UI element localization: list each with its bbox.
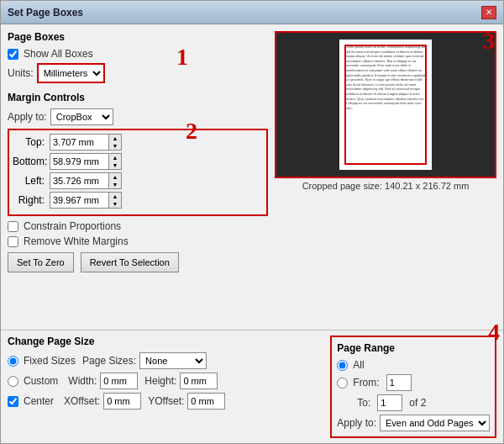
revert-to-selection-button[interactable]: Revert To Selection bbox=[81, 252, 179, 272]
right-input[interactable] bbox=[50, 192, 108, 209]
from-pages-row: From: bbox=[337, 374, 490, 391]
from-pages-radio[interactable] bbox=[337, 378, 348, 388]
fixed-sizes-row: Fixed Sizes Page Sizes: None A4 Letter bbox=[8, 352, 323, 369]
right-label: Right: bbox=[13, 194, 50, 206]
to-label: To: bbox=[357, 397, 370, 409]
apply-to-range-select[interactable]: Even and Odd Pages Even Pages Only Odd P… bbox=[380, 415, 490, 431]
bottom-spinner: ▲ ▼ bbox=[50, 153, 122, 170]
left-input[interactable] bbox=[50, 172, 108, 189]
action-buttons-row: Set To Zero Revert To Selection bbox=[8, 252, 268, 272]
top-up-btn[interactable]: ▲ bbox=[109, 135, 121, 142]
left-margin-row: Left: ▲ ▼ bbox=[13, 172, 263, 189]
margin-controls-section: Margin Controls Apply to: CropBox MediaB… bbox=[8, 92, 268, 276]
page-text-simulation: Lorem ipsum dolor sit amet, consectetur … bbox=[339, 40, 432, 115]
preview-caption: Cropped page size: 140.21 x 216.72 mm bbox=[275, 178, 496, 193]
xoffset-label: XOffset: bbox=[64, 395, 100, 407]
page-preview-border: Lorem ipsum dolor sit amet, consectetur … bbox=[275, 31, 496, 178]
right-spinner: ▲ ▼ bbox=[50, 192, 122, 209]
left-spinner: ▲ ▼ bbox=[50, 172, 122, 189]
xoffset-input[interactable] bbox=[103, 393, 141, 410]
left-label: Left: bbox=[13, 175, 50, 187]
left-up-btn[interactable]: ▲ bbox=[109, 173, 121, 181]
page-boxes-title: Page Boxes bbox=[8, 31, 268, 43]
main-content: Page Boxes Show All Boxes Units: Millime… bbox=[1, 24, 503, 330]
margin-inputs-box: 2 Top: ▲ ▼ Botto bbox=[8, 129, 268, 216]
from-input[interactable] bbox=[386, 374, 412, 391]
center-checkbox[interactable] bbox=[8, 396, 18, 407]
constrain-checkbox[interactable] bbox=[8, 221, 18, 232]
all-pages-radio[interactable] bbox=[337, 360, 348, 371]
apply-to-select[interactable]: CropBox MediaBox BleedBox TrimBox ArtBox bbox=[50, 108, 113, 125]
width-input[interactable] bbox=[100, 373, 138, 389]
units-select-wrapper: Millimeters Inches Points bbox=[37, 63, 105, 83]
constrain-label: Constrain Proportions bbox=[24, 220, 121, 232]
page-sizes-label: Page Sizes: bbox=[82, 355, 136, 367]
width-label: Width: bbox=[68, 375, 97, 387]
custom-row: Custom Width: Height: bbox=[8, 373, 323, 389]
height-input[interactable] bbox=[180, 373, 218, 389]
center-label: Center bbox=[24, 395, 54, 407]
right-panel: 3 Lorem ipsum dolor sit amet, consectetu… bbox=[275, 31, 496, 323]
apply-to-range-row: Apply to: Even and Odd Pages Even Pages … bbox=[337, 415, 490, 431]
page-preview: Lorem ipsum dolor sit amet, consectetur … bbox=[339, 40, 432, 170]
custom-label: Custom bbox=[24, 375, 58, 387]
units-row: Units: Millimeters Inches Points 1 bbox=[8, 63, 268, 83]
label-1: 1 bbox=[176, 44, 188, 71]
right-spinner-buttons: ▲ ▼ bbox=[108, 192, 122, 209]
page-boxes-section: Page Boxes Show All Boxes Units: Millime… bbox=[8, 31, 268, 87]
all-pages-label: All bbox=[353, 359, 364, 371]
bottom-up-btn[interactable]: ▲ bbox=[109, 154, 121, 161]
top-margin-row: Top: ▲ ▼ bbox=[13, 134, 263, 151]
page-sizes-select[interactable]: None A4 Letter bbox=[139, 352, 207, 369]
titlebar: Set Page Boxes ✕ bbox=[1, 1, 503, 24]
show-all-boxes-row: Show All Boxes bbox=[8, 48, 268, 60]
top-spinner: ▲ ▼ bbox=[50, 134, 122, 151]
left-down-btn[interactable]: ▼ bbox=[109, 181, 121, 188]
top-down-btn[interactable]: ▼ bbox=[109, 142, 121, 150]
apply-to-label: Apply to: bbox=[8, 111, 47, 123]
all-pages-row: All bbox=[337, 359, 490, 371]
set-to-zero-button[interactable]: Set To Zero bbox=[8, 252, 74, 272]
label-4: 4 bbox=[488, 319, 500, 346]
remove-white-checkbox[interactable] bbox=[8, 236, 18, 247]
to-input[interactable] bbox=[377, 394, 402, 411]
bottom-spinner-buttons: ▲ ▼ bbox=[108, 153, 122, 170]
close-button[interactable]: ✕ bbox=[481, 6, 496, 19]
bottom-section: Change Page Size Fixed Sizes Page Sizes:… bbox=[1, 330, 503, 443]
center-row: Center XOffset: YOffset: bbox=[8, 393, 323, 410]
units-label: Units: bbox=[8, 67, 34, 79]
bottom-down-btn[interactable]: ▼ bbox=[109, 161, 121, 169]
top-spinner-buttons: ▲ ▼ bbox=[108, 134, 122, 151]
preview-wrapper: 3 Lorem ipsum dolor sit amet, consectetu… bbox=[275, 31, 496, 193]
custom-radio[interactable] bbox=[8, 376, 18, 387]
yoffset-input[interactable] bbox=[187, 393, 225, 410]
of-label: of 2 bbox=[409, 397, 426, 409]
show-all-boxes-checkbox[interactable] bbox=[8, 49, 18, 60]
change-page-size-title: Change Page Size bbox=[8, 336, 323, 347]
top-input[interactable] bbox=[50, 134, 108, 151]
bottom-margin-row: Bottom: ▲ ▼ bbox=[13, 153, 263, 170]
right-down-btn[interactable]: ▼ bbox=[109, 200, 121, 208]
right-margin-row: Right: ▲ ▼ bbox=[13, 192, 263, 209]
remove-white-row: Remove White Margins bbox=[8, 235, 268, 247]
units-select[interactable]: Millimeters Inches Points bbox=[39, 65, 103, 82]
bottom-input[interactable] bbox=[50, 153, 108, 170]
left-spinner-buttons: ▲ ▼ bbox=[108, 172, 122, 189]
margin-controls-title: Margin Controls bbox=[8, 92, 268, 103]
bottom-label: Bottom: bbox=[13, 156, 50, 167]
top-label: Top: bbox=[13, 136, 50, 148]
right-up-btn[interactable]: ▲ bbox=[109, 193, 121, 200]
show-all-boxes-label: Show All Boxes bbox=[24, 48, 93, 60]
fixed-sizes-radio[interactable] bbox=[8, 356, 18, 367]
page-range-section: 4 Page Range All From: To: of 2 Apply to… bbox=[330, 336, 496, 438]
set-page-boxes-window: Set Page Boxes ✕ Page Boxes Show All Box… bbox=[0, 0, 504, 444]
label-2: 2 bbox=[186, 118, 197, 145]
from-label: From: bbox=[353, 377, 379, 388]
window-title: Set Page Boxes bbox=[8, 7, 83, 18]
page-range-title: Page Range bbox=[337, 342, 490, 354]
constrain-row: Constrain Proportions bbox=[8, 220, 268, 232]
yoffset-label: YOffset: bbox=[148, 395, 184, 407]
height-label: Height: bbox=[144, 375, 176, 387]
fixed-sizes-label: Fixed Sizes bbox=[24, 355, 76, 367]
left-panel: Page Boxes Show All Boxes Units: Millime… bbox=[8, 31, 268, 323]
